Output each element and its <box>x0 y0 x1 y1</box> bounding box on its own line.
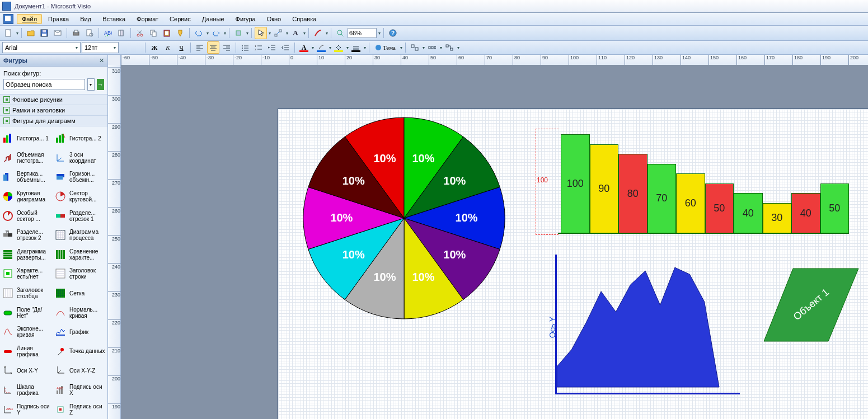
stencil-item[interactable]: Круговая диаграмма <box>1 187 54 206</box>
shapes-category[interactable]: Рамки и заголовки <box>0 105 107 116</box>
shapes-search-dropdown[interactable]: ▾ <box>87 78 95 91</box>
connect-shapes-button[interactable] <box>443 41 456 54</box>
research-button[interactable] <box>115 27 128 39</box>
stencil-item[interactable]: Горизон... объемн... <box>54 167 106 187</box>
line-color-button[interactable] <box>315 41 327 54</box>
stencil-item[interactable]: Диаграмма процесса <box>54 225 106 245</box>
align-left-button[interactable] <box>194 41 206 54</box>
align-center-button[interactable] <box>207 41 219 54</box>
stencil-item[interactable]: Гистогра... 1 <box>1 129 54 148</box>
shapes-pane-close-icon[interactable]: ✕ <box>99 57 104 64</box>
bar[interactable]: 50 <box>820 183 850 234</box>
italic-button[interactable]: К <box>162 41 174 54</box>
indent-increase-button[interactable] <box>279 41 292 54</box>
shapes-tool-button[interactable] <box>232 27 245 39</box>
stencil-item[interactable]: Экспоне... кривая <box>1 322 54 342</box>
system-menu-icon[interactable] <box>3 14 13 24</box>
shapes-search-go-button[interactable]: → <box>97 79 104 90</box>
copy-button[interactable] <box>147 27 159 39</box>
stencil-item[interactable]: ABCПодпись оси X <box>54 380 106 400</box>
bar[interactable]: 50 <box>705 183 734 234</box>
bar[interactable]: 40 <box>791 193 820 233</box>
indent-decrease-button[interactable] <box>266 41 278 54</box>
numbering-button[interactable]: 12 <box>252 41 265 54</box>
menu-data[interactable]: Данные <box>197 14 229 24</box>
menu-help[interactable]: Справка <box>287 14 321 24</box>
stencil-item[interactable]: Гистогра... 2 <box>54 129 106 148</box>
text-tool-button[interactable]: A <box>289 27 302 39</box>
stencil-item[interactable]: Вертика... объемны... <box>1 167 54 187</box>
area-chart[interactable]: Ось Y <box>544 255 740 400</box>
bar[interactable]: 100 <box>561 134 590 233</box>
pointer-tool-button[interactable] <box>255 27 267 39</box>
stencil-item[interactable]: Точка данных <box>54 342 106 361</box>
stencil-item[interactable]: Подпись оси Z <box>54 399 106 419</box>
stencil-item[interactable]: Сетка <box>54 284 106 303</box>
shapes-search-input[interactable] <box>3 79 85 90</box>
stencil-item[interactable]: Разделе... отрезок 1 <box>54 206 106 225</box>
stencil-item[interactable]: Шкала графика <box>1 380 54 400</box>
menu-tools[interactable]: Сервис <box>165 14 196 24</box>
stencil-item[interactable]: Диаграмма разверты... <box>1 245 54 265</box>
bar[interactable]: 90 <box>590 144 619 234</box>
stencil-item[interactable]: Поле "Да/Нет" <box>1 303 54 322</box>
stencil-item[interactable]: Оси X-Y <box>1 361 54 380</box>
stencil-item[interactable]: Характе... есть/нет <box>1 264 54 284</box>
bar[interactable]: 80 <box>618 154 648 233</box>
pie-chart[interactable]: 10%10%10%10%10%10%10%10%10%10% <box>301 115 508 322</box>
cut-button[interactable] <box>134 27 146 39</box>
font-color-button[interactable]: A <box>298 41 310 54</box>
menu-window[interactable]: Окно <box>262 14 287 24</box>
drawing-page[interactable]: 10%10%10%10%10%10%10%10%10%10% 100 10090… <box>278 109 868 419</box>
redo-button[interactable] <box>210 27 222 39</box>
connector-tool-button[interactable] <box>272 27 284 39</box>
menu-format[interactable]: Формат <box>132 14 163 24</box>
font-size-combo[interactable]: 12пт▾ <box>82 42 119 53</box>
help-button[interactable]: ? <box>387 27 399 39</box>
stencil-item[interactable]: Линия графика <box>1 342 54 361</box>
align-shapes-button[interactable] <box>409 41 421 54</box>
new-button[interactable] <box>2 27 15 39</box>
stencil-item[interactable]: Оси X-Y-Z <box>54 361 106 380</box>
menu-shape[interactable]: Фигура <box>231 14 261 24</box>
shapes-category[interactable]: Фоновые рисунки <box>0 95 107 105</box>
bar[interactable]: 40 <box>734 193 763 233</box>
theme-button[interactable]: Тема <box>372 41 398 54</box>
open-button[interactable] <box>25 27 37 39</box>
stencil-item[interactable]: Заголовок строки <box>54 264 106 284</box>
align-right-button[interactable] <box>220 41 233 54</box>
bold-button[interactable]: Ж <box>148 41 161 54</box>
parallelogram-shape[interactable]: Объект 1 <box>762 266 860 344</box>
stencil-item[interactable]: Заголовок столбца <box>1 284 54 303</box>
print-preview-button[interactable] <box>83 27 96 39</box>
menu-file[interactable]: Файл <box>17 14 42 24</box>
zoom-tool-button[interactable] <box>334 27 346 39</box>
line-weight-button[interactable] <box>350 41 362 54</box>
zoom-input[interactable]: 66% <box>348 28 377 38</box>
undo-button[interactable] <box>193 27 205 39</box>
shapes-category[interactable]: Фигуры для диаграмм <box>0 116 107 126</box>
menu-view[interactable]: Вид <box>75 14 96 24</box>
print-button[interactable] <box>70 27 82 39</box>
stencil-item[interactable]: %Разделе... отрезок 2 <box>1 225 54 245</box>
spelling-button[interactable]: ABC <box>102 27 114 39</box>
ink-tool-button[interactable] <box>312 27 324 39</box>
stencil-item[interactable]: Сектор круговой... <box>54 187 106 206</box>
mail-button[interactable] <box>51 27 64 39</box>
bullets-button[interactable] <box>239 41 251 54</box>
fill-color-button[interactable] <box>332 41 345 54</box>
stencil-item[interactable]: Сравнение характе... <box>54 245 106 265</box>
format-painter-button[interactable] <box>174 27 186 39</box>
bar[interactable]: 30 <box>763 203 792 234</box>
stencil-item[interactable]: Особый сектор ... <box>1 206 54 225</box>
stencil-item[interactable]: График <box>54 322 106 342</box>
stencil-item[interactable]: ABCПодпись оси Y <box>1 399 54 419</box>
bar-chart[interactable]: 100 100908070605040304050 <box>536 126 849 238</box>
menu-edit[interactable]: Правка <box>43 14 74 24</box>
drawing-stage[interactable]: 10%10%10%10%10%10%10%10%10%10% 100 10090… <box>121 65 868 419</box>
bar[interactable]: 70 <box>648 164 677 234</box>
menu-insert[interactable]: Вставка <box>97 14 130 24</box>
underline-button[interactable]: Ч <box>175 41 187 54</box>
stencil-item[interactable]: Нормаль... кривая <box>54 303 106 322</box>
paste-button[interactable] <box>161 27 173 39</box>
